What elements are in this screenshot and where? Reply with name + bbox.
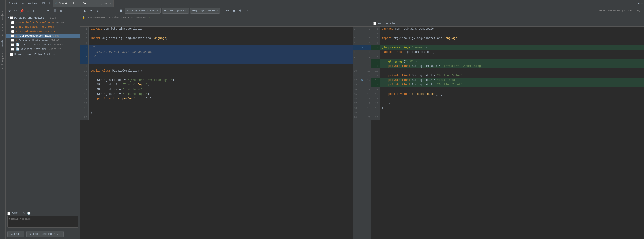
- file-checkbox[interactable]: [11, 48, 14, 50]
- diff-btn[interactable]: ▤: [25, 8, 30, 13]
- changelist-header[interactable]: ▾ Default Changelist 7 files: [6, 15, 80, 20]
- line-number: 8: [80, 59, 88, 64]
- file-checkbox[interactable]: [11, 43, 14, 46]
- sidebar-item-structure[interactable]: Structure: [1, 22, 4, 38]
- tab-hippie-completion[interactable]: ⚙ Commit: HippieCompletion.java ✕: [53, 0, 113, 7]
- file-item-hippie[interactable]: ☕ HippieCompletion.java ~/Ide: [6, 33, 80, 38]
- file-item[interactable]: ☕ c264bb84-2937-4a55-a0bc: [6, 25, 80, 29]
- filter-btn[interactable]: ☰: [52, 8, 58, 13]
- gutter-line: 1111: [353, 73, 371, 78]
- file-item[interactable]: ☕ cd317dc9-8fce-462a-9107-: [6, 29, 80, 33]
- file-item-parameter-hints[interactable]: ☕ ParameterHints.java ~/IdeaP: [6, 38, 80, 42]
- code-line: 1 package com.jetbrains.completion;: [372, 26, 644, 31]
- settings-btn[interactable]: ⚙: [238, 8, 243, 13]
- changelist-checkbox[interactable]: [10, 16, 13, 19]
- tab-commit-to-sandbox[interactable]: Commit to sandbox: [6, 0, 40, 7]
- gutter-line: 44: [353, 40, 371, 45]
- jump-btn[interactable]: ↕: [95, 8, 100, 13]
- line-number: 4: [80, 40, 88, 45]
- highlight-select[interactable]: Highlight words ▾: [190, 8, 220, 13]
- forward-btn[interactable]: →: [112, 8, 117, 13]
- line-content: public class HippieCompletion {: [380, 50, 644, 54]
- line-content: import org.intellij.lang.annotations.Lan…: [380, 36, 644, 40]
- sync-scroll-btn[interactable]: ⇔: [225, 8, 230, 13]
- gutter-line-expand[interactable]: 5 » 5: [353, 45, 371, 50]
- line-number: 19: [372, 110, 380, 115]
- minimize-icon[interactable]: ─: [641, 2, 643, 5]
- right-diff-pane: Your version ✓ 1 package com.jetbrains.c…: [372, 20, 644, 239]
- code-line: 15 String data3 = "Texting Input";: [80, 92, 353, 96]
- upload-btn[interactable]: ⬆: [31, 8, 36, 13]
- unversioned-header[interactable]: ▸ Unversioned Files 2 files: [6, 52, 80, 57]
- diff-toolbar: ▲ ▼ ↕ ← → ☰ Side-by-side viewer ▾ Do not…: [80, 7, 644, 14]
- line-content: [88, 101, 353, 106]
- commit-and-push-button[interactable]: Commit and Push...: [26, 231, 64, 237]
- tab-label: Shelf: [42, 2, 50, 5]
- file-name: runConfigurations.xml: [20, 43, 53, 46]
- file-item[interactable]: ☕ 0084bb2f-adf8-426f-ac54- ~/Ide: [6, 20, 80, 25]
- prev-diff-btn[interactable]: ▲: [82, 8, 87, 13]
- code-line: 11 private final String data1 = "Textual…: [372, 73, 644, 78]
- commit-button[interactable]: Commit: [8, 231, 24, 237]
- code-line: 2: [80, 31, 353, 36]
- eye-btn[interactable]: 👁: [46, 8, 52, 13]
- line-content: [88, 40, 353, 45]
- line-number: 2: [372, 31, 380, 36]
- file-checkbox[interactable]: [11, 39, 14, 42]
- line-content: @SuppressWarnings("unused"): [380, 45, 644, 50]
- collapse-btn[interactable]: ▣: [231, 8, 236, 13]
- file-checkbox[interactable]: [11, 30, 14, 33]
- gutter-line-expand[interactable]: 12 » 12: [353, 78, 371, 82]
- ignore-label: Do not ignore: [164, 9, 184, 12]
- amend-settings-icon[interactable]: ⚙: [22, 211, 26, 215]
- help-btn[interactable]: ?: [244, 8, 250, 13]
- line-number: 20: [80, 115, 88, 120]
- undo-btn[interactable]: ↩: [13, 8, 18, 13]
- file-checkbox[interactable]: [11, 21, 14, 24]
- right-code-area[interactable]: 1 package com.jetbrains.completion; 2 3 …: [372, 26, 644, 239]
- file-item-run-configurations[interactable]: 📄 runConfigurations.xml ~/Idea: [6, 42, 80, 47]
- java-icon: ☕: [16, 25, 18, 29]
- amend-history-icon[interactable]: 🕐: [27, 211, 30, 215]
- code-line: 6 public class HippieCompletion {: [372, 50, 644, 54]
- file-tree: ▾ Default Changelist 7 files ☕ 0084bb2f-…: [6, 14, 80, 210]
- line-number: 15: [372, 92, 380, 96]
- sidebar-item-pullrequests[interactable]: Pull Requests: [1, 50, 4, 71]
- tab-close-icon[interactable]: ✕: [110, 2, 111, 5]
- file-hash: cd317dc9-8fce-462a-9107-: [18, 30, 55, 33]
- line-number: 12: [372, 78, 380, 82]
- commit-message-input[interactable]: [8, 216, 78, 228]
- line-content: [380, 110, 644, 115]
- ignore-select[interactable]: Do not ignore ▾: [162, 8, 189, 13]
- sidebar-item-commit[interactable]: Commit: [1, 38, 4, 49]
- line-number: 19: [80, 110, 88, 115]
- back-btn[interactable]: ←: [105, 8, 110, 13]
- next-diff-btn[interactable]: ▼: [88, 8, 94, 13]
- amend-label: Amend: [12, 212, 20, 215]
- sort-btn[interactable]: ⇅: [58, 8, 64, 13]
- right-pane-checkbox[interactable]: [373, 22, 376, 25]
- line-content: String data2 = "Text Input";: [88, 87, 353, 92]
- list-btn[interactable]: ☰: [118, 8, 123, 13]
- unversioned-checkbox[interactable]: [10, 53, 13, 56]
- side-by-side-select[interactable]: Side-by-side viewer ▾: [125, 8, 161, 13]
- line-content: [380, 31, 644, 36]
- gutter-line: 33: [353, 36, 371, 40]
- file-checkbox[interactable]: [11, 26, 14, 28]
- pin-btn[interactable]: 📌: [19, 8, 24, 13]
- left-code-area[interactable]: 1 package com.jetbrains.completion; 2 3 …: [80, 26, 353, 239]
- amend-checkbox[interactable]: [8, 212, 10, 215]
- checkmark-right: ✓: [640, 21, 642, 25]
- file-checkbox[interactable]: [11, 34, 14, 37]
- refresh-btn[interactable]: ↻: [7, 8, 12, 13]
- settings-icon[interactable]: ⚙: [638, 1, 640, 5]
- code-line: 8 @Language("JSON"): [372, 59, 644, 64]
- code-line: 20: [372, 115, 644, 120]
- group-btn[interactable]: ⊞: [40, 8, 46, 13]
- line-content: [380, 96, 644, 101]
- tab-shelf[interactable]: Shelf: [40, 0, 53, 7]
- line-content: }: [88, 110, 353, 115]
- file-item-standard-java[interactable]: 📄 standard-java.iml ~/IdeaProj: [6, 47, 80, 51]
- file-type-icon: ⚙: [56, 2, 57, 5]
- sidebar-item-project[interactable]: Project: [1, 9, 4, 22]
